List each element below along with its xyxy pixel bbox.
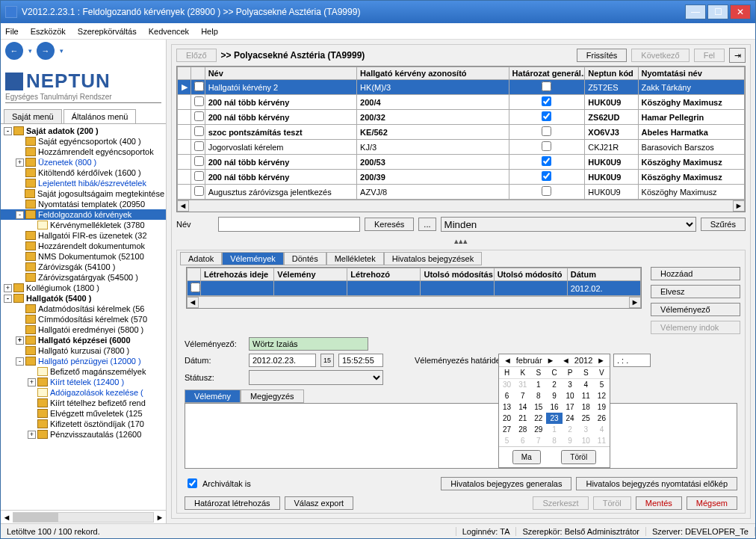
grid-scroll-left[interactable]: ◄ xyxy=(177,200,189,212)
edit-button[interactable]: Szerkeszt xyxy=(533,496,588,510)
tree-item[interactable]: Záróvizsgák (54100 ) xyxy=(1,262,166,272)
tree-item[interactable]: -Feldolgozandó kérvények xyxy=(1,209,166,220)
cal-day[interactable]: 10 xyxy=(563,390,578,401)
cal-next-year[interactable]: ► xyxy=(594,356,608,365)
nav-back-drop[interactable]: ▾ xyxy=(25,46,35,56)
tree-item[interactable]: +Hallgató képzései (6000 xyxy=(1,335,166,345)
table-row[interactable]: 200 nál több kérvény200/32ZS62UDHamar Pe… xyxy=(178,110,745,125)
tree-item[interactable]: NMS Dokumentumok (52100 xyxy=(1,251,166,262)
expand-icon[interactable]: + xyxy=(28,378,36,386)
tree-item[interactable]: Hallgatói eredményei (5800 ) xyxy=(1,324,166,335)
cal-day[interactable]: 21 xyxy=(515,413,530,424)
cal-day[interactable]: 31 xyxy=(515,379,530,390)
next-button[interactable]: Következő xyxy=(631,49,689,62)
expand-icon[interactable]: - xyxy=(16,357,24,366)
subtab[interactable]: Hivatalos bejegyzések xyxy=(384,252,482,265)
tree-item[interactable]: Kitöltendő kérdőívek (1600 ) xyxy=(1,167,166,178)
cal-day[interactable]: 5 xyxy=(499,435,515,446)
tree-item[interactable]: Címmódosítási kérelmek (570 xyxy=(1,314,166,324)
official-preview-button[interactable]: Hivatalos bejegyzés nyomtatási előkép xyxy=(576,477,737,490)
nav-fwd-button[interactable]: → xyxy=(37,42,55,60)
cal-day[interactable]: 11 xyxy=(594,435,610,446)
cal-day[interactable]: 14 xyxy=(515,401,530,413)
pin-icon[interactable]: ⇥ xyxy=(729,48,746,63)
tree-item[interactable]: -Hallgató pénzügyei (12000 ) xyxy=(1,356,166,366)
row-marker[interactable] xyxy=(178,140,191,155)
cell-check[interactable] xyxy=(542,186,551,196)
search-more-button[interactable]: ... xyxy=(418,218,436,231)
row-checkbox[interactable] xyxy=(194,81,204,91)
time-field[interactable]: 15:52:55 xyxy=(338,354,383,367)
cal-day[interactable]: 18 xyxy=(578,401,594,413)
tree-item[interactable]: Adóigazolások kezelése ( xyxy=(1,387,166,398)
reviewer-button[interactable]: Véleményező xyxy=(651,303,740,316)
calendar-icon[interactable]: 15 xyxy=(320,354,334,367)
cal-day[interactable]: 2 xyxy=(546,379,562,390)
cal-day[interactable]: 7 xyxy=(515,390,530,401)
menu-tools[interactable]: Eszközök xyxy=(31,27,66,36)
table-row[interactable]: 2012.02. xyxy=(188,281,641,296)
deadline-time-field[interactable]: . : . xyxy=(613,354,651,367)
row-checkbox[interactable] xyxy=(194,96,204,106)
cal-day[interactable]: 20 xyxy=(499,413,515,424)
reviewer-field[interactable]: Wörtz Izaiás xyxy=(249,337,368,351)
row-marker[interactable] xyxy=(178,110,191,125)
cal-day[interactable]: 22 xyxy=(530,413,546,424)
table-row[interactable]: ▶Hallgatói kérvény 2HK(M)/3Z5T2ESZakk Tá… xyxy=(178,80,745,95)
opinion-textarea[interactable] xyxy=(185,403,737,469)
tree-item[interactable]: Hozzárendelt dokumentumok xyxy=(1,241,166,251)
maximize-button[interactable]: ☐ xyxy=(707,4,728,19)
row-marker[interactable] xyxy=(178,185,191,200)
menu-fav[interactable]: Kedvencek xyxy=(149,27,189,36)
subtab[interactable]: Mellékletek xyxy=(326,252,384,265)
cell-check[interactable] xyxy=(542,156,551,166)
tree-item[interactable]: Lejelentett hibák/észrevételek xyxy=(1,178,166,188)
row-marker[interactable] xyxy=(178,155,191,170)
cal-day[interactable]: 24 xyxy=(563,413,578,424)
cal-day[interactable]: 4 xyxy=(594,424,610,435)
row-checkbox[interactable] xyxy=(194,111,204,121)
remove-button[interactable]: Elvesz xyxy=(651,285,740,298)
cal-prev-month[interactable]: ◄ xyxy=(501,356,515,365)
cal-day[interactable]: 16 xyxy=(546,401,562,413)
main-grid[interactable]: NévHallgató kérvény azonosítóHatározat g… xyxy=(176,66,746,212)
delete-button[interactable]: Töröl xyxy=(593,496,631,510)
cal-day[interactable]: 6 xyxy=(499,390,515,401)
table-row[interactable]: szoc pontszámítás tesztKE/562XO6VJ3Abele… xyxy=(178,125,745,140)
table-row[interactable]: Jogorvoslati kérelemKJ/3CKJ21RBarasovich… xyxy=(178,140,745,155)
minimize-button[interactable]: — xyxy=(685,4,706,19)
subtab[interactable]: Vélemények xyxy=(222,252,284,265)
tree-hscroll[interactable]: ◄ ► xyxy=(1,510,166,523)
cal-day[interactable]: 3 xyxy=(578,424,594,435)
tree-item[interactable]: Nyomtatási templatek (20950 xyxy=(1,199,166,209)
cal-day[interactable]: 23 xyxy=(546,413,562,424)
reason-button[interactable]: Vélemeny indok xyxy=(651,321,740,334)
cal-day[interactable]: 11 xyxy=(578,390,594,401)
up-button[interactable]: Fel xyxy=(694,49,725,62)
answer-export-button[interactable]: Válasz export xyxy=(285,496,354,510)
row-marker[interactable]: ▶ xyxy=(178,80,191,95)
close-button[interactable]: ✕ xyxy=(730,4,751,19)
cell-check[interactable] xyxy=(542,96,551,106)
cal-day[interactable]: 26 xyxy=(594,413,610,424)
search-button[interactable]: Keresés xyxy=(365,218,414,231)
subgrid-scroll-right[interactable]: ► xyxy=(629,297,641,308)
tree-item[interactable]: Kérvénymellékletek (3780 xyxy=(1,220,166,230)
collapse-icon[interactable]: ▴▴▴ xyxy=(172,236,750,245)
cal-year[interactable]: 2012 xyxy=(574,356,592,365)
cell-check[interactable] xyxy=(542,81,551,91)
cal-day[interactable]: 8 xyxy=(546,435,562,446)
cal-day[interactable]: 5 xyxy=(594,379,610,390)
row-checkbox[interactable] xyxy=(194,141,204,151)
tree[interactable]: -Saját adatok (200 )Saját egyéncsoportok… xyxy=(1,123,166,510)
cal-day[interactable]: 10 xyxy=(578,435,594,446)
table-row[interactable]: 200 nál több kérvény200/4HUK0U9Köszöghy … xyxy=(178,95,745,110)
cal-day[interactable]: 19 xyxy=(594,401,610,413)
cal-day[interactable]: 25 xyxy=(578,413,594,424)
tree-item[interactable]: Záróvizsgatárgyak (54500 ) xyxy=(1,272,166,283)
tree-item[interactable]: +Pénzvisszautalás (12600 xyxy=(1,429,166,440)
inner-tab-note[interactable]: Megjegyzés xyxy=(241,389,304,403)
cal-day[interactable]: 27 xyxy=(499,424,515,435)
nav-back-button[interactable]: ← xyxy=(5,42,23,60)
inner-tab-opinion[interactable]: Vélemény xyxy=(185,389,241,403)
